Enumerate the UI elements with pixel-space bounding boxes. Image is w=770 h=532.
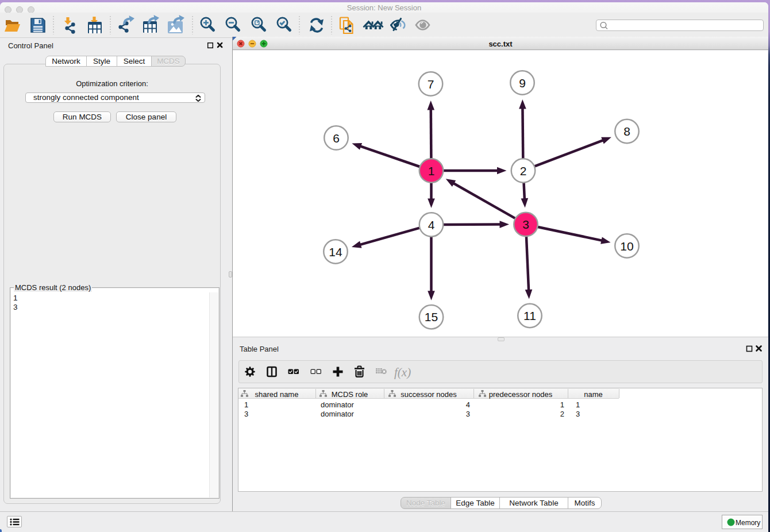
svg-text:15: 15: [425, 310, 438, 323]
svg-text:6: 6: [333, 132, 340, 145]
svg-text:11: 11: [523, 309, 536, 322]
svg-text:8: 8: [623, 125, 630, 138]
svg-text:14: 14: [329, 245, 342, 259]
svg-text:2: 2: [520, 164, 527, 178]
svg-text:10: 10: [620, 240, 633, 253]
svg-text:9: 9: [519, 76, 526, 90]
svg-text:1: 1: [428, 164, 435, 178]
svg-text:4: 4: [428, 218, 435, 232]
svg-text:f(x): f(x): [394, 365, 411, 379]
svg-text:3: 3: [522, 218, 529, 231]
svg-text:7: 7: [428, 78, 434, 91]
